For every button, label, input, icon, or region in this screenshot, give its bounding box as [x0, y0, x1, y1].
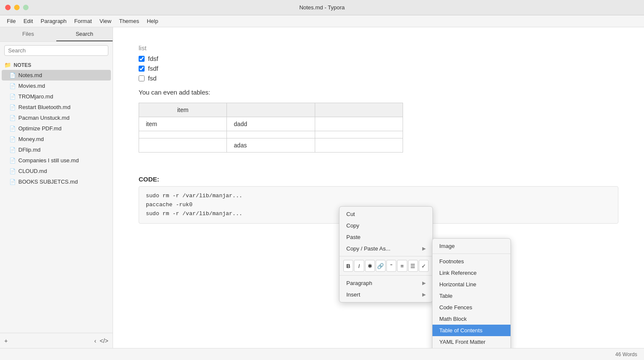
checkbox-item: fsdf [139, 65, 618, 72]
menu-item-edit[interactable]: Edit [20, 17, 36, 26]
file-name: Companies I still use.md [18, 157, 79, 164]
file-icon: 📄 [9, 115, 16, 121]
file-icon: 📄 [9, 147, 16, 153]
close-button[interactable] [5, 5, 11, 10]
checkbox-label-fsdf: fsdf [148, 65, 158, 72]
file-icon: 📄 [9, 126, 16, 132]
file-icon: 📄 [9, 136, 16, 142]
file-name: TROMjaro.md [18, 93, 53, 100]
sidebar-tabs: Files Search [0, 27, 113, 42]
table-cell [139, 131, 227, 138]
nav-code-button[interactable]: </> [100, 337, 108, 344]
code-line: sudo rm -r /var/lib/manjar... [146, 192, 611, 201]
folder-label: NOTES [14, 62, 31, 68]
file-item[interactable]: 📄Companies I still use.md [2, 155, 111, 166]
checkbox-item: fsd [139, 75, 618, 82]
add-file-button[interactable]: + [4, 337, 8, 344]
format-ul-button[interactable]: ☰ [408, 260, 418, 272]
submenu-footnotes[interactable]: Footnotes [432, 256, 511, 267]
submenu-math-block[interactable]: Math Block [432, 313, 511, 325]
menu-item-format[interactable]: Format [71, 17, 95, 26]
maximize-button [23, 5, 29, 10]
menu-item-file[interactable]: File [3, 17, 19, 26]
submenu-arrow-icon: ▶ [422, 280, 426, 286]
submenu-horizontal-line[interactable]: Horizontal Line [432, 279, 511, 290]
file-name: Money.md [18, 136, 44, 142]
table-cell: item [139, 117, 227, 131]
content-table: item item dadd adas [139, 103, 403, 153]
main-layout: Files Search 📁 NOTES 📄Notes.md📄Movies.md… [0, 27, 644, 348]
editor-area[interactable]: list fdsf fsdf fsd You can even add tabl… [113, 27, 644, 348]
search-input[interactable] [4, 45, 108, 56]
checkbox-fsd[interactable] [139, 75, 145, 81]
file-item[interactable]: 📄Notes.md [2, 70, 111, 81]
nav-back-button[interactable]: ‹ [94, 337, 96, 344]
file-item[interactable]: 📄BOOKS SUBJETCS.md [2, 176, 111, 187]
file-icon: 📄 [9, 179, 16, 185]
ctx-separator [339, 256, 432, 256]
checkbox-fdsf[interactable] [139, 56, 145, 62]
table-row: item dadd [139, 117, 403, 131]
submenu-table-of-contents[interactable]: Table of Contents [432, 325, 511, 336]
file-name: Movies.md [18, 83, 45, 89]
format-ol-button[interactable]: ≡ [397, 260, 407, 272]
format-italic-button[interactable]: I [354, 260, 364, 272]
table-header-0: item [139, 103, 227, 117]
ctx-copy-paste-as[interactable]: Copy / Paste As... ▶ [339, 243, 432, 254]
file-name: Optimize PDF.md [18, 125, 61, 132]
menu-item-help[interactable]: Help [143, 17, 162, 26]
format-star-button[interactable]: ✱ [365, 260, 375, 272]
submenu-table[interactable]: Table [432, 290, 511, 302]
menu-item-view[interactable]: View [96, 17, 115, 26]
sidebar: Files Search 📁 NOTES 📄Notes.md📄Movies.md… [0, 27, 113, 348]
format-check-button[interactable]: ✓ [419, 260, 429, 272]
tab-files[interactable]: Files [0, 27, 56, 41]
file-item[interactable]: 📄Money.md [2, 134, 111, 144]
ctx-copy[interactable]: Copy [339, 220, 432, 231]
table-cell [315, 117, 403, 131]
menu-item-themes[interactable]: Themes [116, 17, 142, 26]
format-quote-button[interactable]: " [386, 260, 396, 272]
table-header-1 [227, 103, 315, 117]
submenu: Image Footnotes Link Reference Horizonta… [432, 238, 511, 348]
table-cell [227, 131, 315, 138]
menu-bar: FileEditParagraphFormatViewThemesHelp [0, 15, 644, 27]
code-label: CODE: [139, 176, 618, 183]
file-icon: 📄 [9, 83, 16, 89]
window-controls [5, 5, 29, 10]
submenu-link-reference[interactable]: Link Reference [432, 267, 511, 279]
minimize-button[interactable] [14, 5, 20, 10]
folder-icon: 📁 [4, 62, 11, 68]
format-link-button[interactable]: 🔗 [376, 260, 386, 272]
file-item[interactable]: 📄Optimize PDF.md [2, 123, 111, 134]
file-item[interactable]: 📄TROMjaro.md [2, 91, 111, 102]
file-item[interactable]: 📄CLOUD.md [2, 166, 111, 176]
submenu-separator [432, 253, 511, 254]
ctx-paragraph[interactable]: Paragraph ▶ [339, 277, 432, 289]
submenu-arrow-icon: ▶ [422, 246, 426, 251]
tab-search[interactable]: Search [56, 27, 113, 41]
submenu-code-fences[interactable]: Code Fences [432, 302, 511, 313]
ctx-insert[interactable]: Insert ▶ [339, 289, 432, 300]
menu-item-paragraph[interactable]: Paragraph [37, 17, 70, 26]
file-icon: 📄 [9, 94, 16, 100]
table-cell: dadd [227, 117, 315, 131]
submenu-yaml-front-matter[interactable]: YAML Front Matter [432, 336, 511, 348]
file-name: Restart Bluetooth.md [18, 104, 70, 110]
window-title: Notes.md - Typora [299, 4, 345, 11]
ctx-cut[interactable]: Cut [339, 208, 432, 220]
checkbox-fsdf[interactable] [139, 66, 145, 72]
checkbox-item: fdsf [139, 55, 618, 62]
checkbox-label-fsd: fsd [148, 75, 157, 82]
file-icon: 📄 [9, 72, 16, 78]
file-item[interactable]: 📄Pacman Unstuck.md [2, 112, 111, 123]
format-bold-button[interactable]: B [343, 260, 353, 272]
file-item[interactable]: 📄DFlip.md [2, 144, 111, 155]
file-name: CLOUD.md [18, 168, 47, 174]
table-header-2 [315, 103, 403, 117]
file-item[interactable]: 📄Movies.md [2, 81, 111, 91]
file-item[interactable]: 📄Restart Bluetooth.md [2, 102, 111, 112]
ctx-paste[interactable]: Paste [339, 231, 432, 243]
submenu-image[interactable]: Image [432, 240, 511, 252]
table-intro-text: You can even add tables: [139, 89, 618, 96]
